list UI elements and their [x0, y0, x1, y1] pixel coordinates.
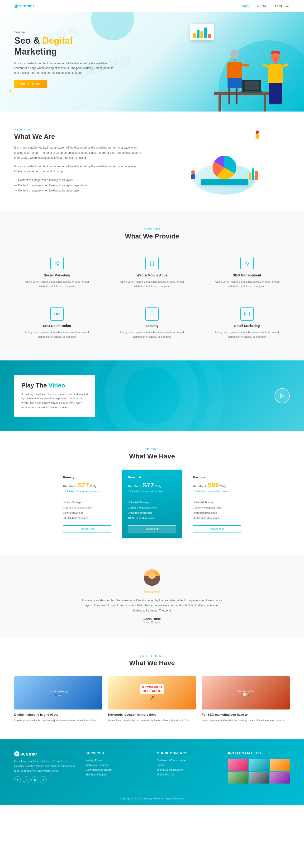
logo-text: seomar: [19, 4, 34, 8]
services-grid: Social Marketing Using Lorem ipsum is th…: [14, 252, 290, 344]
hero-illus-container: [181, 19, 295, 109]
plan-name-2: Premius: [193, 475, 241, 479]
video-bg-circle2: [81, 361, 223, 431]
plan-name-0: Primary: [63, 475, 111, 479]
testimonial-stars: ★★★★★: [14, 590, 290, 594]
service-desc-3: Using Lorem ipsum is that it has a more-…: [19, 330, 95, 339]
bar2: [197, 30, 199, 38]
platform: [201, 179, 248, 185]
footer-service-1[interactable]: Marketing Services: [85, 764, 147, 767]
person2-torso: [268, 64, 283, 83]
person2-arm-right: [282, 63, 288, 67]
plan-features-2: Unlimited Storage Contrary to popular be…: [193, 500, 241, 521]
footer-service-0[interactable]: Hosting Printer: [85, 759, 147, 762]
hero-content: Seomar Seo & DegitalMarketing It is a lo…: [14, 30, 114, 88]
footer-service-2[interactable]: Commissioning Repair: [85, 768, 147, 771]
hero-dots-bottom: ■: [9, 89, 11, 93]
svg-point-2: [58, 264, 59, 266]
linkedin-icon[interactable]: li: [40, 776, 47, 783]
insta-thumb-0[interactable]: [228, 759, 248, 771]
svg-point-0: [58, 261, 59, 262]
hero-title-plain: Seo & DegitalMarketing: [14, 36, 73, 57]
pricing-card-premius: Premius Per Month $99 Only It's Perfect …: [187, 470, 247, 538]
plan-choose-button-2[interactable]: Choose Plan: [193, 525, 241, 532]
copyright-text: Copyright © 2019 Company Name, All Right…: [120, 797, 184, 800]
pie-chart: [213, 156, 236, 179]
plan-name-1: Boostcat: [128, 475, 176, 479]
svg-line-3: [56, 264, 58, 265]
instagram-icon[interactable]: in: [31, 776, 38, 783]
news-card-2: SEO Marketing📊🔍 For SEO marketing you ha…: [202, 676, 290, 723]
services-title: What We Provide: [14, 232, 290, 240]
news-card-1: KEYWORDSRESEARCH ↗ Keywords research is …: [108, 676, 196, 723]
video-play-button[interactable]: [275, 388, 290, 403]
bar4: [204, 28, 207, 38]
desk-leg-left: [219, 95, 221, 112]
chair-leg2: [236, 88, 238, 104]
video-section: Play The Video It is a long established …: [0, 361, 304, 431]
plan-feature: Unlimited downloads: [193, 510, 241, 516]
footer-bottom: Copyright © 2019 Company Name, All Right…: [14, 793, 290, 800]
video-content-box: Play The Video It is a long established …: [14, 375, 95, 417]
service-title-3: SEO Optimization: [19, 324, 95, 328]
footer-email: soomar11@gmail.com: [157, 768, 219, 771]
svg-marker-8: [281, 394, 284, 398]
person2: [268, 51, 283, 104]
footer-logo-icon: ◎: [14, 751, 20, 756]
testimonial-name: Anna Rose: [14, 617, 290, 621]
plan-choose-button-0[interactable]: Choose Plan: [63, 525, 111, 532]
pricing-header: PRICING What We Have: [14, 448, 290, 460]
laptop-screen: [242, 80, 261, 92]
about-list-item: Content of a page when looking at its la…: [14, 178, 145, 183]
plan-choose-button-1[interactable]: Choose Plan: [128, 525, 176, 532]
insta-thumb-2[interactable]: [270, 759, 290, 771]
service-desc-5: Using Lorem ipsum is that it has a more-…: [209, 330, 285, 339]
services-header: SERVICES What We Provide: [14, 228, 290, 240]
twitter-icon[interactable]: t: [23, 776, 29, 783]
logo[interactable]: ◎ seomar: [14, 3, 34, 8]
news-label: LATEST NEWS: [14, 654, 290, 657]
about-title: What We Are: [14, 133, 145, 141]
chair-leg: [228, 88, 230, 104]
person2-head: [271, 53, 280, 62]
insta-thumb-5[interactable]: [270, 772, 290, 783]
plan-features-0: Limited Storage Contrary to popular beli…: [63, 500, 111, 521]
person2-arm-left: [262, 63, 269, 67]
insta-thumb-1[interactable]: [249, 759, 269, 771]
plan-feature: Unlimited Storage: [193, 500, 241, 505]
service-card-social: Social Marketing Using Lorem ipsum is th…: [14, 252, 100, 293]
footer-service-3[interactable]: Electrical Services: [85, 773, 147, 776]
person1-neck: [233, 59, 236, 62]
footer-instagram-title: INSTAGRAM FEED: [228, 751, 290, 755]
service-desc-1: Using Lorem ipsum is that it has a more-…: [114, 280, 190, 288]
nav-home[interactable]: Home: [242, 4, 250, 8]
service-card-seo: SEO Management Using Lorem ipsum is that…: [204, 252, 290, 293]
insta-thumb-3[interactable]: [228, 772, 248, 783]
plan-sub-0: It's Perfect for a small business: [63, 490, 111, 493]
news-grid: Digital Marketing👥💻 Digital marketing is…: [14, 676, 290, 723]
nav-contact[interactable]: CONTACT: [275, 4, 290, 8]
testimonial-avatar: [144, 569, 160, 586]
insta-thumb-4[interactable]: [249, 772, 269, 783]
facebook-icon[interactable]: f: [14, 776, 21, 783]
news-header: LATEST NEWS What We Have: [14, 654, 290, 667]
plan-feature: Contrary to popular belief: [128, 505, 176, 510]
bar5: [208, 34, 211, 38]
plan-feature: Unlimited downloads: [128, 510, 176, 516]
logo-icon: ◎: [14, 3, 18, 8]
footer-about-text: It is a long established fact that a Lor…: [14, 759, 76, 773]
nav-about[interactable]: ABOUT: [257, 4, 268, 8]
service-desc-2: Using Lorem ipsum is that it has a more-…: [209, 280, 285, 288]
hero-brand: Seomar: [14, 30, 114, 34]
service-card-optimization: SEO Optimization Using Lorem ipsum is th…: [14, 303, 100, 344]
plan-feature: 1000 Gb hardisk space: [128, 516, 176, 521]
news-section: LATEST NEWS What We Have Digital Marketi…: [0, 638, 304, 739]
service-icon-email: [240, 307, 254, 320]
person1-torso: [227, 62, 242, 78]
hero-title: Seo & DegitalMarketing: [14, 35, 114, 57]
service-title-4: Security: [114, 324, 190, 328]
svg-line-4: [56, 262, 58, 263]
hero-cta-button[interactable]: ABOUT MORE: [14, 80, 47, 88]
service-card-email: Email Marketing Using Lorem ipsum is tha…: [204, 303, 290, 344]
footer-services-list: Hosting Printer Marketing Services Commi…: [85, 759, 147, 776]
